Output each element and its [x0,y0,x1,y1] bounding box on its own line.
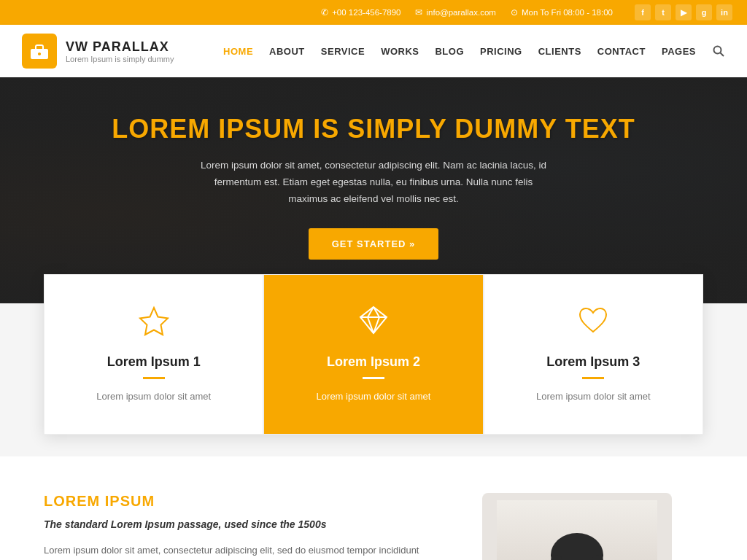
card-2: Lorem Ipsum 2 Lorem ipsum dolor sit amet [263,274,483,435]
get-started-button[interactable]: GET STARTED » [309,228,439,260]
card-1-title: Lorem Ipsum 1 [66,354,241,370]
cards-section: Lorem Ipsum 1 Lorem ipsum dolor sit amet… [44,274,703,435]
nav-blog[interactable]: BLOG [435,46,464,57]
facebook-icon[interactable]: f [635,4,651,20]
clock-icon: ⊙ [511,7,518,18]
hours-info: ⊙ Mon To Fri 08:00 - 18:00 [511,7,613,18]
card-2-body: Lorem ipsum dolor sit amet [286,389,460,405]
svg-line-10 [368,317,374,333]
site-subtitle: Lorem Ipsum is simply dummy [66,55,174,63]
card-2-divider [363,377,384,379]
svg-line-11 [374,317,379,333]
phone-icon: ✆ [321,7,328,18]
about-subheading: The standard Lorem Ipsum passage, used s… [44,518,422,530]
nav-home[interactable]: HOME [223,46,253,57]
woman-figure-svg [497,500,657,560]
card-1-divider [143,377,165,379]
star-icon [66,304,241,343]
top-bar: ✆ +00 123-456-7890 ✉ info@parallax.com ⊙… [0,0,747,25]
svg-point-3 [714,47,721,54]
hours-text: Mon To Fri 08:00 - 18:00 [522,8,613,17]
logo: VW PARALLAX Lorem Ipsum is simply dummy [22,34,174,69]
about-section: LOREM IPSUM The standard Lorem Ipsum pas… [0,456,747,560]
svg-marker-5 [140,308,168,335]
woman-image [482,493,672,560]
googleplus-icon[interactable]: g [696,4,712,20]
briefcase-icon [28,40,50,62]
about-image [451,493,703,560]
nav-contact[interactable]: CONTACT [597,46,646,57]
nav-pricing[interactable]: PRICING [480,46,522,57]
about-body-1: Lorem ipsum dolor sit amet, consectetur … [44,542,422,560]
phone-info: ✆ +00 123-456-7890 [321,7,400,18]
svg-rect-2 [38,53,41,55]
hero-body: Lorem ipsum dolor sit amet, consectetur … [198,158,549,208]
phone-number: +00 123-456-7890 [332,8,400,17]
nav-clients[interactable]: CLIENTS [538,46,581,57]
header: VW PARALLAX Lorem Ipsum is simply dummy … [0,25,747,77]
nav-works[interactable]: WORKS [381,46,419,57]
about-heading: LOREM IPSUM [44,493,422,510]
nav-pages[interactable]: PAGES [662,46,696,57]
card-1: Lorem Ipsum 1 Lorem ipsum dolor sit amet [44,274,263,435]
search-icon[interactable] [712,44,725,58]
hero-content: LOREM IPSUM IS SIMPLY DUMMY TEXT Lorem i… [112,114,635,260]
hero-heading: LOREM IPSUM IS SIMPLY DUMMY TEXT [112,114,635,144]
nav-service[interactable]: SERVICE [321,46,365,57]
logo-text: VW PARALLAX Lorem Ipsum is simply dummy [66,39,174,63]
card-2-title: Lorem Ipsum 2 [286,354,460,370]
email-info: ✉ info@parallax.com [415,7,495,18]
main-nav: HOME ABOUT SERVICE WORKS BLOG PRICING CL… [223,44,725,58]
card-3-title: Lorem Ipsum 3 [506,354,681,370]
card-3: Lorem Ipsum 3 Lorem ipsum dolor sit amet [484,274,703,435]
diamond-icon [286,304,460,343]
twitter-icon[interactable]: t [655,4,671,20]
social-links: f t ▶ g in [635,4,732,20]
email-icon: ✉ [415,7,422,18]
logo-icon [22,34,57,69]
card-3-divider [582,377,604,379]
card-3-body: Lorem ipsum dolor sit amet [506,389,681,405]
youtube-icon[interactable]: ▶ [676,4,692,20]
linkedin-icon[interactable]: in [716,4,732,20]
about-text: LOREM IPSUM The standard Lorem Ipsum pas… [44,493,422,560]
top-bar-contact: ✆ +00 123-456-7890 ✉ info@parallax.com ⊙… [321,7,613,18]
svg-line-4 [721,53,724,57]
site-title: VW PARALLAX [66,39,174,55]
email-address: info@parallax.com [426,8,495,17]
svg-marker-6 [360,307,387,333]
hero-section: LOREM IPSUM IS SIMPLY DUMMY TEXT Lorem i… [0,77,747,303]
nav-about[interactable]: ABOUT [269,46,305,57]
heart-icon [506,304,681,343]
card-1-body: Lorem ipsum dolor sit amet [66,389,241,405]
